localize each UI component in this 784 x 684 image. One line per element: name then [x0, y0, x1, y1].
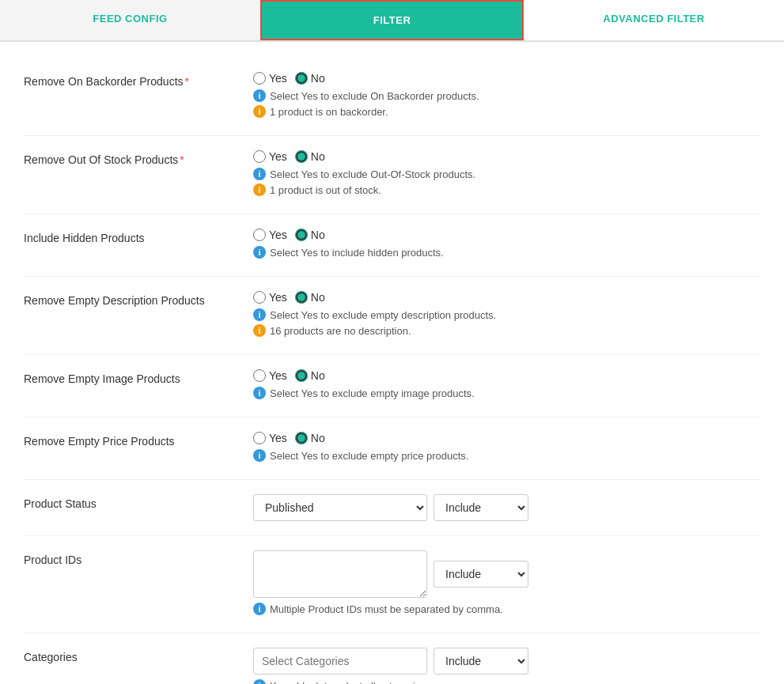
radio-no-hidden-input[interactable]	[295, 229, 308, 241]
controls-product-ids: Include Exclude i Multiple Product IDs m…	[253, 550, 760, 618]
controls-include-hidden: Yes No i Select Yes to include hidden pr…	[253, 229, 760, 262]
tab-advanced-filter[interactable]: ADVANCED FILTER	[524, 0, 784, 40]
product-status-select[interactable]: Published Draft Pending Private	[253, 494, 427, 521]
info-icon-product-ids: i	[253, 603, 266, 615]
select-group-product-status: Published Draft Pending Private Include …	[253, 494, 760, 521]
info-empty-price: i Select Yes to exclude empty price prod…	[253, 449, 760, 462]
info-hidden: i Select Yes to include hidden products.	[253, 246, 760, 259]
row-remove-backorder: Remove On Backorder Products* Yes No i S…	[24, 58, 760, 136]
radio-group-backorder: Yes No	[253, 72, 760, 85]
row-remove-out-of-stock: Remove Out Of Stock Products* Yes No i S…	[24, 136, 760, 214]
label-product-status: Product Status	[24, 494, 253, 510]
radio-group-out-of-stock: Yes No	[253, 150, 760, 163]
controls-product-status: Published Draft Pending Private Include …	[253, 494, 760, 521]
categories-include-select[interactable]: Include Exclude	[434, 648, 528, 675]
warn-backorder: i 1 product is on backorder.	[253, 105, 760, 118]
tab-filter[interactable]: FILTER	[260, 0, 524, 40]
warn-icon-empty-description: i	[253, 324, 266, 337]
select-group-product-ids: Include Exclude	[253, 550, 760, 598]
info-empty-image: i Select Yes to exclude empty image prod…	[253, 387, 760, 399]
radio-no-out-of-stock[interactable]: No	[295, 150, 325, 163]
radio-no-empty-description[interactable]: No	[295, 291, 325, 304]
radio-no-backorder-input[interactable]	[295, 72, 308, 85]
label-remove-empty-description: Remove Empty Description Products	[24, 291, 253, 307]
product-status-include-select[interactable]: Include Exclude	[434, 494, 528, 521]
controls-empty-price: Yes No i Select Yes to exclude empty pri…	[253, 432, 760, 465]
controls-empty-description: Yes No i Select Yes to exclude empty des…	[253, 291, 760, 340]
radio-yes-backorder-input[interactable]	[253, 72, 266, 85]
required-star-2: *	[180, 153, 184, 166]
radio-no-hidden[interactable]: No	[295, 229, 325, 241]
info-categories: i Keep blank to select all categories	[253, 679, 760, 684]
radio-yes-empty-image-input[interactable]	[253, 369, 266, 382]
info-product-ids: i Multiple Product IDs must be separated…	[253, 603, 760, 615]
label-remove-out-of-stock: Remove Out Of Stock Products*	[24, 150, 253, 166]
tab-feed-config[interactable]: FEED CONFIG	[0, 0, 260, 40]
radio-group-empty-image: Yes No	[253, 369, 760, 382]
warn-icon-backorder: i	[253, 105, 266, 118]
label-remove-empty-image: Remove Empty Image Products	[24, 369, 253, 385]
controls-out-of-stock: Yes No i Select Yes to exclude Out-Of-St…	[253, 150, 760, 199]
controls-empty-image: Yes No i Select Yes to exclude empty ima…	[253, 369, 760, 402]
row-include-hidden: Include Hidden Products Yes No i Select …	[24, 214, 760, 277]
radio-no-empty-image[interactable]: No	[295, 369, 325, 382]
info-out-of-stock: i Select Yes to exclude Out-Of-Stock pro…	[253, 168, 760, 180]
info-icon-empty-image: i	[253, 387, 266, 399]
row-remove-empty-image: Remove Empty Image Products Yes No i Sel…	[24, 355, 760, 418]
categories-input[interactable]	[253, 648, 427, 675]
radio-no-out-of-stock-input[interactable]	[295, 150, 308, 163]
info-icon-categories: i	[253, 679, 266, 684]
row-product-status: Product Status Published Draft Pending P…	[24, 480, 760, 536]
controls-remove-backorder: Yes No i Select Yes to exclude On Backor…	[253, 72, 760, 121]
radio-no-empty-price-input[interactable]	[295, 432, 308, 444]
product-ids-include-select[interactable]: Include Exclude	[434, 561, 528, 588]
info-icon-hidden: i	[253, 246, 266, 259]
info-empty-description: i Select Yes to exclude empty descriptio…	[253, 308, 760, 321]
radio-yes-out-of-stock-input[interactable]	[253, 150, 266, 163]
radio-no-backorder[interactable]: No	[295, 72, 325, 85]
radio-no-empty-price[interactable]: No	[295, 432, 325, 444]
info-icon-out-of-stock: i	[253, 168, 266, 180]
label-categories: Categories	[24, 648, 253, 663]
info-icon-empty-price: i	[253, 449, 266, 462]
radio-yes-hidden-input[interactable]	[253, 229, 266, 241]
label-include-hidden: Include Hidden Products	[24, 229, 253, 244]
radio-yes-backorder[interactable]: Yes	[253, 72, 287, 85]
tab-bar: FEED CONFIG FILTER ADVANCED FILTER	[0, 0, 784, 42]
radio-yes-empty-image[interactable]: Yes	[253, 369, 287, 382]
info-backorder: i Select Yes to exclude On Backorder pro…	[253, 89, 760, 102]
required-star: *	[185, 75, 189, 88]
radio-yes-out-of-stock[interactable]: Yes	[253, 150, 287, 163]
radio-yes-empty-description-input[interactable]	[253, 291, 266, 304]
label-remove-backorder: Remove On Backorder Products*	[24, 72, 253, 88]
label-product-ids: Product IDs	[24, 550, 253, 566]
row-product-ids: Product IDs Include Exclude i Multiple P…	[24, 536, 760, 633]
row-remove-empty-description: Remove Empty Description Products Yes No…	[24, 277, 760, 355]
radio-yes-empty-price-input[interactable]	[253, 432, 266, 444]
radio-yes-empty-price[interactable]: Yes	[253, 432, 287, 444]
radio-no-empty-description-input[interactable]	[295, 291, 308, 304]
warn-out-of-stock: i 1 product is out of stock.	[253, 183, 760, 196]
info-icon-backorder: i	[253, 89, 266, 102]
info-icon-empty-description: i	[253, 308, 266, 321]
radio-yes-hidden[interactable]: Yes	[253, 229, 287, 241]
radio-group-hidden: Yes No	[253, 229, 760, 241]
filter-content: Remove On Backorder Products* Yes No i S…	[0, 42, 784, 684]
controls-categories: Include Exclude i Keep blank to select a…	[253, 648, 760, 684]
label-remove-empty-price: Remove Empty Price Products	[24, 432, 253, 448]
radio-group-empty-price: Yes No	[253, 432, 760, 444]
warn-empty-description: i 16 products are no description.	[253, 324, 760, 337]
select-group-categories: Include Exclude	[253, 648, 760, 675]
radio-group-empty-description: Yes No	[253, 291, 760, 304]
row-remove-empty-price: Remove Empty Price Products Yes No i Sel…	[24, 418, 760, 480]
product-ids-input[interactable]	[253, 550, 427, 598]
warn-icon-out-of-stock: i	[253, 183, 266, 196]
row-categories: Categories Include Exclude i Keep blank …	[24, 633, 760, 684]
radio-no-empty-image-input[interactable]	[295, 369, 308, 382]
radio-yes-empty-description[interactable]: Yes	[253, 291, 287, 304]
